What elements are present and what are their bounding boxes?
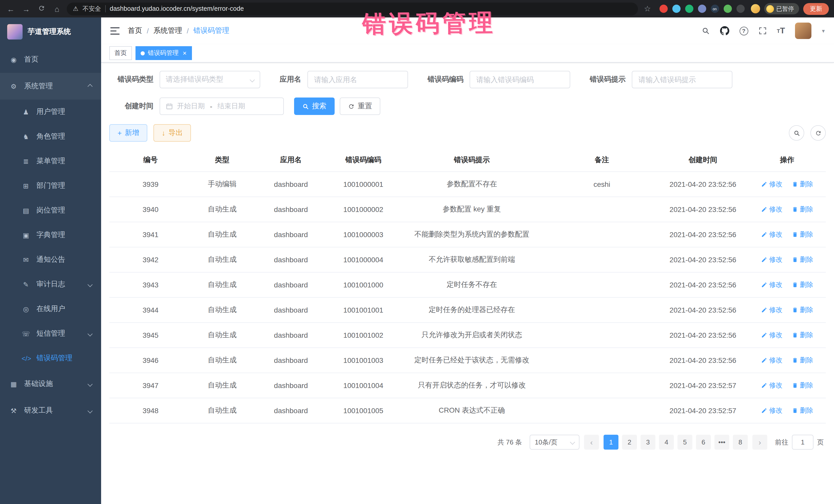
page-number-button[interactable]: 6	[696, 435, 711, 450]
edit-link[interactable]: 修改	[761, 330, 783, 340]
edit-link[interactable]: 修改	[761, 255, 783, 264]
address-bar[interactable]: ⚠ 不安全 dashboard.yudao.iocoder.cn/system/…	[67, 2, 638, 15]
forward-icon[interactable]: →	[21, 4, 32, 13]
delete-link[interactable]: 删除	[792, 406, 813, 415]
delete-link[interactable]: 删除	[792, 205, 813, 214]
breadcrumb-home[interactable]: 首页	[128, 26, 142, 36]
edit-link[interactable]: 修改	[761, 230, 783, 239]
total-count: 共 76 条	[498, 438, 522, 447]
delete-link[interactable]: 删除	[792, 180, 813, 189]
show-search-button[interactable]	[789, 125, 804, 140]
tag-home[interactable]: 首页	[109, 46, 132, 60]
page-number-button[interactable]: •••	[715, 435, 729, 450]
sidebar-subitem[interactable]: </> 错误码管理	[0, 346, 101, 371]
extension-icon[interactable]	[736, 5, 744, 13]
refresh-button[interactable]	[810, 125, 826, 140]
trash-icon	[792, 232, 798, 238]
paused-badge[interactable]: 已暂停	[764, 3, 799, 14]
edit-link[interactable]: 修改	[761, 180, 783, 189]
next-page-button[interactable]: ›	[752, 435, 767, 450]
font-size-icon[interactable]: TT	[777, 26, 785, 36]
sidebar-subitem[interactable]: ☏ 短信管理	[0, 321, 101, 346]
error-type-select[interactable]: 请选择错误码类型	[160, 71, 260, 88]
app-name-input[interactable]	[307, 71, 408, 88]
edit-link[interactable]: 修改	[761, 381, 783, 390]
edit-link[interactable]: 修改	[761, 280, 783, 289]
hamburger-icon[interactable]	[110, 27, 119, 35]
add-button[interactable]: + 新增	[109, 124, 147, 141]
sidebar-subitem[interactable]: ♟ 用户管理	[0, 100, 101, 124]
github-icon[interactable]	[720, 26, 729, 36]
sidebar-subitem[interactable]: ≣ 菜单管理	[0, 149, 101, 174]
delete-link[interactable]: 删除	[792, 381, 813, 390]
sidebar-subitem[interactable]: ▤ 岗位管理	[0, 198, 101, 223]
page-size-select[interactable]: 10条/页	[530, 435, 579, 450]
page-number-button[interactable]: 1	[603, 435, 618, 450]
back-icon[interactable]: ←	[5, 4, 17, 13]
sidebar-subitem[interactable]: ♞ 角色管理	[0, 124, 101, 149]
edit-link[interactable]: 修改	[761, 205, 783, 214]
cell-msg: 只允许修改为开启或者关闭状态	[397, 323, 546, 348]
user-avatar[interactable]	[795, 23, 812, 39]
breadcrumb-system[interactable]: 系统管理	[153, 26, 182, 36]
error-hint-input[interactable]	[632, 71, 732, 88]
sidebar-subitem[interactable]: ⊞ 部门管理	[0, 174, 101, 198]
delete-link[interactable]: 删除	[792, 280, 813, 289]
search-icon[interactable]	[701, 27, 709, 35]
sidebar-item-devtools[interactable]: ⚒ 研发工具	[0, 397, 101, 424]
chevron-down-icon[interactable]: ▾	[822, 27, 825, 34]
delete-link[interactable]: 删除	[792, 230, 813, 239]
cell-type: 自动生成	[192, 323, 253, 348]
fullscreen-icon[interactable]	[758, 27, 767, 35]
extension-icon[interactable]	[698, 5, 706, 13]
close-icon[interactable]: ×	[183, 50, 186, 57]
page-number-button[interactable]: 2	[622, 435, 637, 450]
reload-icon[interactable]	[36, 4, 47, 13]
error-code-input[interactable]	[469, 71, 570, 88]
edit-link[interactable]: 修改	[761, 305, 783, 314]
sidebar-subitem[interactable]: ✉ 通知公告	[0, 247, 101, 272]
omnibox-divider	[105, 5, 106, 12]
search-button[interactable]: 搜索	[294, 97, 335, 115]
help-icon[interactable]: ?	[739, 26, 748, 35]
page-number-button[interactable]: 8	[733, 435, 748, 450]
page-number-button[interactable]: 4	[659, 435, 674, 450]
app-logo-row[interactable]: 芋道管理系统	[0, 18, 101, 46]
edit-link[interactable]: 修改	[761, 406, 783, 415]
not-secure-warning-icon: ⚠	[73, 5, 79, 12]
delete-link[interactable]: 删除	[792, 305, 813, 314]
calendar-icon	[166, 103, 173, 110]
export-button[interactable]: ↓ 导出	[153, 124, 191, 141]
reset-button[interactable]: 重置	[340, 97, 380, 115]
edit-link[interactable]: 修改	[761, 356, 783, 365]
date-range-picker[interactable]: 开始日期 - 结束日期	[160, 97, 284, 115]
extension-icon[interactable]	[672, 5, 680, 13]
sidebar-subitem[interactable]: ▣ 字典管理	[0, 223, 101, 247]
page-number-button[interactable]: 5	[678, 435, 692, 450]
extension-icon[interactable]	[723, 5, 731, 13]
cell-ops: 修改 删除	[748, 373, 826, 398]
delete-link[interactable]: 删除	[792, 255, 813, 264]
sidebar-item-system[interactable]: ⚙ 系统管理	[0, 73, 101, 100]
trash-icon	[792, 357, 798, 364]
sidebar-subitem[interactable]: ◎ 在线用户	[0, 297, 101, 321]
extension-icon[interactable]	[685, 5, 693, 13]
delete-link[interactable]: 删除	[792, 356, 813, 365]
sidebar-subitem[interactable]: ✎ 审计日志	[0, 272, 101, 297]
delete-link[interactable]: 删除	[792, 330, 813, 340]
browser-home-icon[interactable]: ⌂	[51, 4, 63, 13]
chevron-down-icon	[250, 77, 255, 82]
sidebar-item-home[interactable]: ◉ 首页	[0, 46, 101, 73]
sidebar-item-infrastructure[interactable]: ▦ 基础设施	[0, 371, 101, 397]
prev-page-button[interactable]: ‹	[584, 435, 599, 450]
trash-icon	[792, 206, 798, 213]
goto-page-input[interactable]	[792, 435, 813, 450]
extension-icon[interactable]: on	[710, 5, 719, 13]
bookmark-star-icon[interactable]: ☆	[642, 4, 653, 13]
table-row: 3944 自动生成 dashboard 1001001001 定时任务的处理器已…	[109, 298, 826, 323]
browser-profile-avatar[interactable]	[751, 4, 760, 13]
extension-icon[interactable]	[659, 5, 667, 13]
browser-update-button[interactable]: 更新	[803, 3, 829, 15]
page-number-button[interactable]: 3	[640, 435, 655, 450]
tag-error-code[interactable]: 错误码管理 ×	[135, 46, 192, 60]
